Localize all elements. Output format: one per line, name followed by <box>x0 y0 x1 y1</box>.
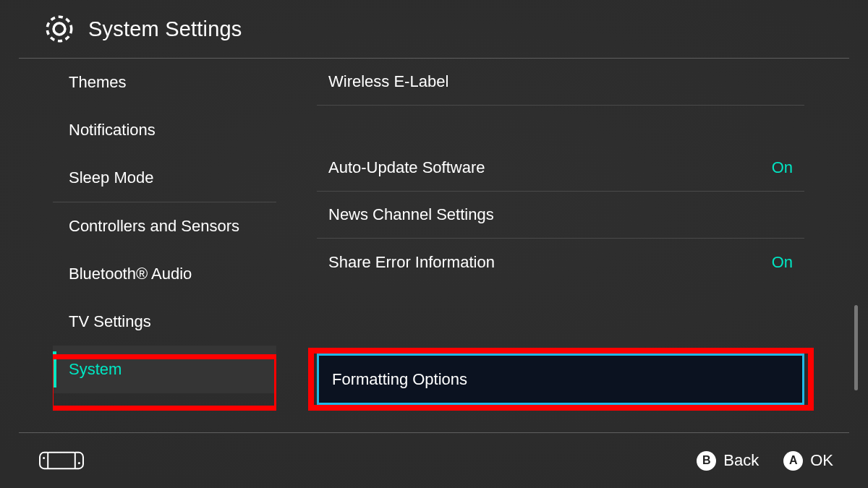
sidebar-item-notifications[interactable]: Notifications <box>53 106 276 154</box>
sidebar-item-sleep-mode[interactable]: Sleep Mode <box>53 154 276 202</box>
footer: B Back A OK <box>0 433 868 488</box>
row-share-error-info[interactable]: Share Error Information On <box>317 239 804 286</box>
back-button[interactable]: B Back <box>697 451 759 471</box>
row-value: On <box>772 253 793 272</box>
sidebar: Themes Notifications Sleep Mode Controll… <box>53 59 276 412</box>
controller-icon <box>38 450 85 471</box>
b-button-icon: B <box>697 451 716 471</box>
row-formatting-options[interactable]: Formatting Options <box>317 354 804 405</box>
svg-point-4 <box>78 462 80 464</box>
settings-icon <box>43 13 75 45</box>
row-label: News Channel Settings <box>328 205 494 224</box>
row-news-channel-settings[interactable]: News Channel Settings <box>317 192 804 239</box>
header: System Settings <box>0 0 868 58</box>
svg-point-0 <box>54 23 65 35</box>
footer-actions: B Back A OK <box>697 451 868 471</box>
row-label: Auto-Update Software <box>328 158 485 177</box>
sidebar-item-tv-settings[interactable]: TV Settings <box>53 298 276 346</box>
sidebar-item-themes[interactable]: Themes <box>53 59 276 106</box>
page-title: System Settings <box>88 17 242 41</box>
content-panel: Wireless E-Label Auto-Update Software On… <box>317 59 804 412</box>
row-label: Wireless E-Label <box>328 72 448 91</box>
sidebar-item-label: Themes <box>69 73 126 92</box>
section-gap <box>317 106 804 145</box>
sidebar-item-label: System <box>69 360 122 379</box>
row-auto-update[interactable]: Auto-Update Software On <box>317 145 804 192</box>
ok-label: OK <box>810 451 833 470</box>
sidebar-item-label: Controllers and Sensors <box>69 217 239 236</box>
sidebar-item-controllers[interactable]: Controllers and Sensors <box>53 202 276 250</box>
sidebar-item-label: TV Settings <box>69 312 151 331</box>
row-value: On <box>772 158 793 177</box>
back-label: Back <box>723 451 759 470</box>
svg-rect-2 <box>48 453 75 468</box>
sidebar-item-label: Sleep Mode <box>69 168 153 187</box>
sidebar-item-system[interactable]: System <box>53 346 276 393</box>
scrollbar-thumb[interactable] <box>854 305 858 390</box>
sidebar-item-bluetooth-audio[interactable]: Bluetooth® Audio <box>53 250 276 298</box>
svg-point-3 <box>43 457 45 459</box>
svg-point-1 <box>47 17 71 40</box>
a-button-icon: A <box>783 451 803 471</box>
sidebar-item-label: Bluetooth® Audio <box>69 265 192 283</box>
ok-button[interactable]: A OK <box>783 451 833 471</box>
row-wireless-elabel[interactable]: Wireless E-Label <box>317 59 804 106</box>
row-label: Share Error Information <box>328 253 495 272</box>
row-label: Formatting Options <box>332 370 467 389</box>
sidebar-item-label: Notifications <box>69 121 156 140</box>
